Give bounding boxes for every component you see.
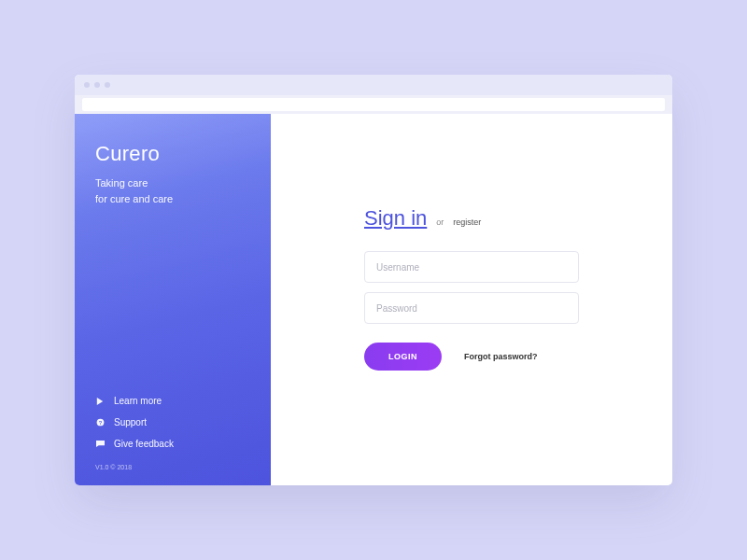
brand-tagline: Taking care for cure and care [95,175,250,206]
sidebar-item-learn-more[interactable]: Learn more [95,396,250,406]
browser-urlbar [75,95,672,114]
login-form: Sign in or register LOGIN Forgot passwor… [364,206,579,371]
app-body: Curero Taking care for cure and care Lea… [75,114,672,485]
window-control-dot[interactable] [94,82,100,88]
sidebar-item-label: Learn more [114,396,162,406]
window-control-dot[interactable] [105,82,110,88]
tagline-line2: for cure and care [95,193,173,204]
sidebar-links: Learn more ? Support Give feedback [95,396,250,449]
brand-name: Curero [95,142,250,166]
chat-icon [95,440,105,449]
main-panel: Sign in or register LOGIN Forgot passwor… [271,114,672,485]
forgot-password-link[interactable]: Forgot password? [464,352,538,361]
browser-window: Curero Taking care for cure and care Lea… [75,75,672,485]
browser-titlebar [75,75,672,95]
version-text: V1.0 © 2018 [95,464,250,470]
play-icon [95,397,105,406]
svg-marker-0 [97,398,103,405]
password-field[interactable] [364,292,579,324]
sidebar-item-label: Support [114,417,147,427]
form-actions: LOGIN Forgot password? [364,343,579,371]
window-control-dot[interactable] [84,82,90,88]
tab-register[interactable]: register [453,217,481,227]
sidebar-item-feedback[interactable]: Give feedback [95,439,250,449]
url-input[interactable] [82,98,665,111]
sidebar-item-support[interactable]: ? Support [95,417,250,427]
tagline-line1: Taking care [95,177,148,189]
login-button[interactable]: LOGIN [364,343,442,371]
sidebar-item-label: Give feedback [114,439,174,449]
sidebar: Curero Taking care for cure and care Lea… [75,114,271,485]
svg-text:?: ? [98,420,102,426]
tab-signin[interactable]: Sign in [364,206,427,231]
username-field[interactable] [364,251,579,283]
or-text: or [436,217,444,227]
auth-heading-row: Sign in or register [364,206,579,231]
help-icon: ? [95,418,105,427]
